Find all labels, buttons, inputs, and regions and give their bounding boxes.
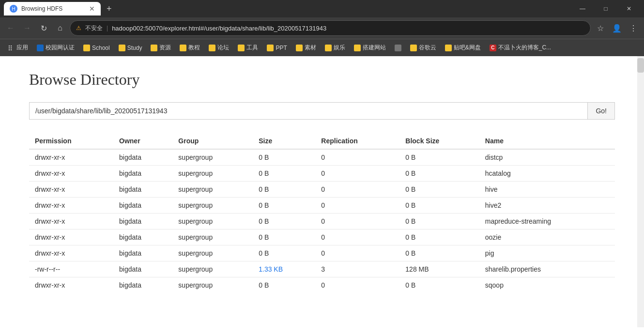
cell-group: supergroup: [172, 182, 253, 198]
cell-name[interactable]: mapreduce-streaming: [479, 214, 615, 229]
home-button[interactable]: ⌂: [53, 21, 67, 35]
bookmark-apps[interactable]: ⠿ 应用: [4, 42, 32, 54]
bookmark-ppt[interactable]: PPT: [263, 43, 291, 53]
scrollbar-thumb[interactable]: [637, 58, 644, 73]
entertainment-icon: [325, 45, 332, 51]
cell-name[interactable]: hive2: [479, 198, 615, 214]
bookmark-school-label: School: [92, 45, 110, 51]
bookmark-blog-label: 不温卜火的博客_C...: [498, 44, 551, 52]
page-content: Browse Directory Go! Permission Owner Gr…: [0, 56, 644, 336]
cell-block-size: 0 B: [399, 149, 479, 166]
forum-icon: [209, 45, 215, 51]
cell-name[interactable]: distcp: [479, 149, 615, 166]
cell-block-size: 0 B: [399, 245, 479, 261]
browser-tab[interactable]: H Browsing HDFS ✕: [4, 2, 101, 15]
bookmark-tieba-netdisk[interactable]: 贴吧&网盘: [441, 42, 485, 54]
cell-block-size: 128 MB: [399, 261, 479, 277]
cell-block-size: 0 B: [399, 214, 479, 229]
url-bar[interactable]: ⚠ 不安全 | hadoop002:50070/explorer.html#/u…: [70, 20, 591, 36]
cell-size: 0 B: [253, 229, 315, 245]
bookmark-material-label: 素材: [305, 44, 316, 52]
go-button[interactable]: Go!: [587, 102, 615, 120]
maximize-button[interactable]: □: [595, 0, 617, 17]
cell-block-size: 0 B: [399, 229, 479, 245]
bookmark-empty[interactable]: [391, 43, 405, 53]
table-row: drwxr-xr-x bigdata supergroup 0 B 0 0 B …: [29, 229, 615, 245]
ppt-icon: [267, 45, 274, 51]
bookmark-forum[interactable]: 论坛: [205, 42, 233, 54]
cell-size: 1.33 KB: [253, 261, 315, 277]
study-icon: [119, 45, 125, 51]
col-group: Group: [172, 133, 253, 149]
col-block-size: Block Size: [399, 133, 479, 149]
cell-block-size: 0 B: [399, 182, 479, 198]
cell-replication: 3: [315, 261, 399, 277]
cell-owner: bigdata: [113, 198, 172, 214]
bookmark-entertainment[interactable]: 娱乐: [321, 42, 349, 54]
bookmark-build-site[interactable]: 搭建网站: [350, 42, 390, 54]
back-button[interactable]: ←: [4, 21, 17, 35]
cell-replication: 0: [315, 245, 399, 261]
table-row: drwxr-xr-x bigdata supergroup 0 B 0 0 B …: [29, 198, 615, 214]
cell-group: supergroup: [172, 198, 253, 214]
cell-name[interactable]: oozie: [479, 229, 615, 245]
cell-owner: bigdata: [113, 149, 172, 166]
bookmark-build-site-label: 搭建网站: [363, 44, 386, 52]
cell-group: supergroup: [172, 245, 253, 261]
directory-table: Permission Owner Group Size Replication …: [29, 133, 615, 293]
bookmark-tutorial[interactable]: 教程: [176, 42, 204, 54]
cell-name[interactable]: hcatalog: [479, 166, 615, 182]
school-icon: [83, 45, 90, 51]
col-name: Name: [479, 133, 615, 149]
minimize-button[interactable]: —: [571, 0, 594, 17]
bookmark-campus-auth[interactable]: 校园网认证: [33, 42, 78, 54]
address-bar: ← → ↻ ⌂ ⚠ 不安全 | hadoop002:50070/explorer…: [0, 17, 644, 39]
table-row: -rw-r--r-- bigdata supergroup 1.33 KB 3 …: [29, 261, 615, 277]
cell-group: supergroup: [172, 229, 253, 245]
cell-permission: drwxr-xr-x: [29, 182, 113, 198]
cell-permission: drwxr-xr-x: [29, 166, 113, 182]
cell-block-size: 0 B: [399, 277, 479, 293]
cell-name[interactable]: hive: [479, 182, 615, 198]
bookmark-tieba-label: 贴吧&网盘: [454, 44, 481, 52]
url-display: hadoop002:50070/explorer.html#/user/bigd…: [112, 25, 584, 32]
bookmark-material[interactable]: 素材: [292, 42, 320, 54]
bookmark-resources[interactable]: 资源: [147, 42, 175, 54]
tab-close-button[interactable]: ✕: [89, 5, 95, 13]
col-owner: Owner: [113, 133, 172, 149]
cell-size: 0 B: [253, 214, 315, 229]
bookmark-school[interactable]: School: [79, 43, 114, 53]
tools-icon: [238, 45, 245, 51]
reload-button[interactable]: ↻: [37, 21, 50, 35]
bookmark-tutorial-label: 教程: [188, 44, 200, 52]
bookmark-tools[interactable]: 工具: [234, 42, 262, 54]
cell-name[interactable]: pig: [479, 245, 615, 261]
table-row: drwxr-xr-x bigdata supergroup 0 B 0 0 B …: [29, 166, 615, 182]
cell-name[interactable]: sharelib.properties: [479, 261, 615, 277]
title-bar: H Browsing HDFS ✕ + — □ ✕: [0, 0, 644, 17]
profile-button[interactable]: 👤: [610, 21, 624, 35]
cell-group: supergroup: [172, 149, 253, 166]
bookmark-blog[interactable]: C 不温卜火的博客_C...: [486, 42, 555, 54]
cell-name[interactable]: sqoop: [479, 277, 615, 293]
campus-auth-icon: [37, 45, 44, 51]
bookmark-tools-label: 工具: [246, 44, 258, 52]
bookmark-study[interactable]: Study: [115, 43, 146, 53]
cell-replication: 0: [315, 214, 399, 229]
menu-button[interactable]: ⋮: [627, 21, 640, 35]
google-cloud-icon: [410, 45, 417, 51]
new-tab-button[interactable]: +: [103, 4, 116, 14]
forward-button[interactable]: →: [20, 21, 34, 35]
scrollbar[interactable]: [637, 56, 644, 327]
bookmark-google-cloud[interactable]: 谷歌云: [406, 42, 440, 54]
path-input[interactable]: [29, 102, 587, 120]
security-warning-icon: ⚠: [76, 25, 81, 31]
bookmark-star-button[interactable]: ☆: [594, 21, 607, 35]
close-button[interactable]: ✕: [618, 0, 640, 17]
empty-icon: [395, 45, 401, 51]
cell-size: 0 B: [253, 149, 315, 166]
table-row: drwxr-xr-x bigdata supergroup 0 B 0 0 B …: [29, 277, 615, 293]
bookmark-google-cloud-label: 谷歌云: [419, 44, 436, 52]
table-row: drwxr-xr-x bigdata supergroup 0 B 0 0 B …: [29, 245, 615, 261]
url-separator: |: [107, 25, 108, 31]
